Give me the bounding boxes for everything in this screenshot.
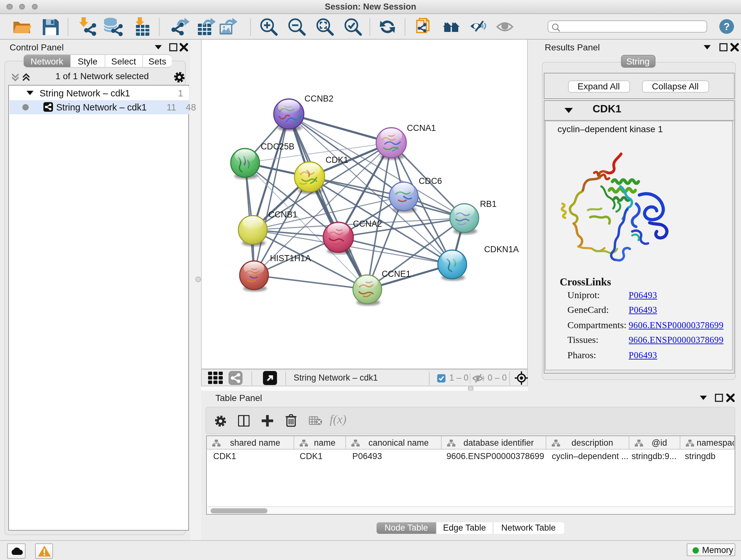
svg-text:CDC6: CDC6 xyxy=(419,176,442,186)
svg-text:CDC25B: CDC25B xyxy=(261,141,294,151)
svg-text:RB1: RB1 xyxy=(480,199,496,208)
svg-text:CCNB1: CCNB1 xyxy=(268,209,297,219)
svg-text:CDK1: CDK1 xyxy=(326,155,348,165)
svg-text:CCNA2: CCNA2 xyxy=(353,219,382,228)
svg-text:CCNE1: CCNE1 xyxy=(382,269,411,278)
svg-text:CCNA1: CCNA1 xyxy=(407,123,436,132)
svg-text:CDKN1A: CDKN1A xyxy=(484,244,519,254)
svg-text:CCNB2: CCNB2 xyxy=(305,94,333,103)
svg-text:HIST1H1A: HIST1H1A xyxy=(270,253,311,263)
